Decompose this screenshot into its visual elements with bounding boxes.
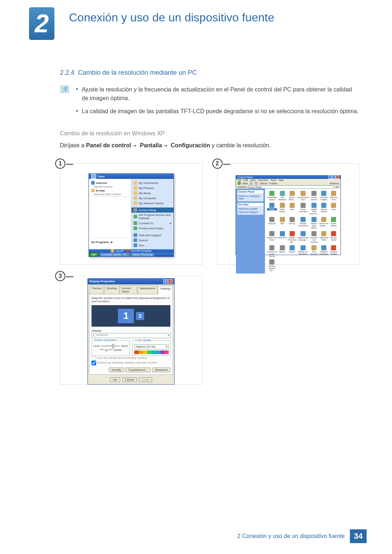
control-panel-item[interactable]: Java xyxy=(329,203,338,215)
resolution-slider[interactable]: Less More xyxy=(93,344,128,348)
control-panel-item[interactable]: Game Controllers xyxy=(297,203,309,215)
control-panel-item[interactable]: Administrative Tools xyxy=(297,191,309,201)
cancel-button[interactable]: Cancel xyxy=(122,377,137,382)
control-panel-item[interactable]: Internet Options xyxy=(319,203,328,215)
control-panel-item[interactable]: Fonts xyxy=(287,203,297,215)
menu-item[interactable]: File xyxy=(237,179,241,181)
tab-themes[interactable]: Themes xyxy=(89,286,104,294)
start-item[interactable]: My Pictures xyxy=(131,185,173,190)
control-panel-item[interactable]: Regional and Language ... xyxy=(297,231,309,243)
menu-item[interactable]: Favorites xyxy=(258,179,268,181)
search-label[interactable]: Search xyxy=(260,182,268,185)
forward-icon[interactable] xyxy=(249,181,253,185)
control-panel-item[interactable]: QuickTime xyxy=(278,231,287,243)
control-panel-item[interactable]: Add Hardware xyxy=(278,191,287,201)
logoff-button[interactable]: Log Off xyxy=(111,249,123,253)
back-icon[interactable] xyxy=(237,181,241,185)
menu-item[interactable]: Edit xyxy=(244,179,248,181)
monitor-1[interactable]: 1 xyxy=(118,309,134,323)
start-item[interactable]: My Documents xyxy=(131,180,173,185)
menu-item[interactable]: Tools xyxy=(270,179,276,181)
close-icon[interactable]: × xyxy=(168,279,173,284)
all-programs-item[interactable]: All Programs ▶ xyxy=(89,239,131,245)
start-item[interactable]: My Music xyxy=(131,190,173,196)
start-item-email[interactable]: E-mail xyxy=(89,188,131,193)
start-item[interactable]: Control Panel xyxy=(131,208,173,213)
control-panel-item[interactable]: Display xyxy=(267,203,277,215)
help-icon[interactable]: ? xyxy=(163,279,168,284)
start-item[interactable]: Run... xyxy=(131,243,173,248)
slider-thumb[interactable] xyxy=(112,344,114,348)
control-panel-item[interactable]: Folder Options xyxy=(278,203,287,215)
control-panel-item[interactable]: Accessibility Options xyxy=(267,191,277,201)
start-item[interactable]: Search xyxy=(131,238,173,243)
switch-view-link[interactable]: Switch to Category View xyxy=(238,194,262,200)
menu-item[interactable]: Help xyxy=(278,179,283,181)
control-panel-item[interactable]: Network Connections xyxy=(297,217,309,229)
color-quality-select[interactable]: Highest (32 bit) ▾ xyxy=(134,344,169,349)
control-panel-item[interactable]: Speech xyxy=(278,245,287,257)
cp-item-icon xyxy=(301,245,306,250)
control-panel-item[interactable]: Windows CardSpace xyxy=(319,245,328,257)
identify-button[interactable]: Identify xyxy=(109,368,124,372)
tab-appearance[interactable]: Appearance xyxy=(138,286,158,294)
extend-desktop-checkbox[interactable]: Extend my Windows desktop onto this moni… xyxy=(91,361,158,364)
minimize-icon[interactable] xyxy=(328,176,332,179)
control-panel-item[interactable]: Mail xyxy=(278,217,287,229)
address-input[interactable] xyxy=(248,185,334,189)
start-item[interactable]: Printers and Faxes xyxy=(131,226,173,231)
cp-item-icon xyxy=(269,245,274,250)
control-panel-item[interactable]: Date and Time xyxy=(329,191,338,201)
tab-screen-saver[interactable]: Screen Saver xyxy=(120,286,138,294)
primary-monitor-checkbox[interactable]: Use this device as the primary monitor. xyxy=(91,356,147,360)
tab-settings[interactable]: Settings xyxy=(158,286,173,294)
close-icon[interactable] xyxy=(336,176,339,179)
control-panel-item[interactable]: Taskbar and Start Menu xyxy=(297,245,309,257)
start-item-internet[interactable]: Internet xyxy=(89,180,131,185)
menu-item[interactable]: View xyxy=(250,179,256,181)
control-panel-item[interactable]: Keyboard xyxy=(267,217,277,229)
monitor-2[interactable]: 2 xyxy=(136,312,144,320)
taskbar-item[interactable]: Adobe Photoshop xyxy=(131,253,154,257)
control-panel-item[interactable]: Intel(R) GMA Driver for... xyxy=(310,203,319,215)
control-panel-item[interactable]: Wireless Network Set... xyxy=(267,259,277,271)
taskbar-item[interactable]: Computer Guides - Wi... xyxy=(100,253,130,257)
folders-label[interactable]: Folders xyxy=(269,182,278,185)
control-panel-item[interactable]: Power Options xyxy=(329,217,338,229)
control-panel-item[interactable]: Windows Firewall xyxy=(329,245,338,257)
control-panel-item[interactable]: Security Center xyxy=(329,231,338,243)
control-panel-item[interactable]: Network Setup Wizard xyxy=(310,217,319,229)
up-icon[interactable] xyxy=(254,181,258,185)
start-item[interactable]: Help and Support xyxy=(131,233,173,238)
control-panel-item[interactable]: System xyxy=(287,245,297,257)
shutdown-button[interactable]: Turn Off Computer xyxy=(126,249,152,253)
tab-desktop[interactable]: Desktop xyxy=(104,286,119,294)
control-panel-item[interactable]: Scanners and Cameras xyxy=(310,231,319,243)
control-panel-item[interactable]: Add or Remo... xyxy=(287,191,297,201)
start-button[interactable]: start xyxy=(89,253,99,257)
display-select[interactable]: 1. ********** ▾ xyxy=(91,333,171,338)
start-item[interactable]: My Computer xyxy=(131,196,173,201)
folder-icon xyxy=(134,186,137,190)
control-panel-item[interactable]: Realtek HD Sound Eff... xyxy=(287,231,297,243)
go-button[interactable]: Go xyxy=(335,186,339,188)
advanced-button[interactable]: Advanced xyxy=(152,368,171,372)
monitor-arrangement[interactable]: 1 2 xyxy=(91,305,171,327)
control-panel-item[interactable]: Printers and Faxes xyxy=(267,231,277,243)
side-link[interactable]: Help and Support xyxy=(238,210,262,214)
control-panel-item[interactable]: User Accounts xyxy=(310,245,319,257)
start-item[interactable]: Connect To▸ xyxy=(131,221,173,226)
ok-button[interactable]: OK xyxy=(110,377,120,382)
checkbox-input[interactable] xyxy=(91,361,96,365)
side-link[interactable]: Windows Update xyxy=(238,207,262,210)
control-panel-item[interactable]: Phone and Modem ... xyxy=(319,217,328,229)
control-panel-item[interactable]: Adobe Gamma xyxy=(310,191,319,201)
start-item[interactable]: Set Program Access and Defaults xyxy=(131,213,173,221)
troubleshoot-button[interactable]: Troubleshoot... xyxy=(126,368,151,372)
control-panel-item[interactable]: Scheduled Tasks xyxy=(319,231,328,243)
control-panel-item[interactable]: Automatic Updates xyxy=(319,191,328,201)
maximize-icon[interactable] xyxy=(332,176,335,179)
control-panel-item[interactable]: Sounds and Audio Devices xyxy=(267,245,277,257)
start-item[interactable]: My Network Places xyxy=(131,201,173,206)
control-panel-item[interactable]: Mouse xyxy=(287,217,297,229)
